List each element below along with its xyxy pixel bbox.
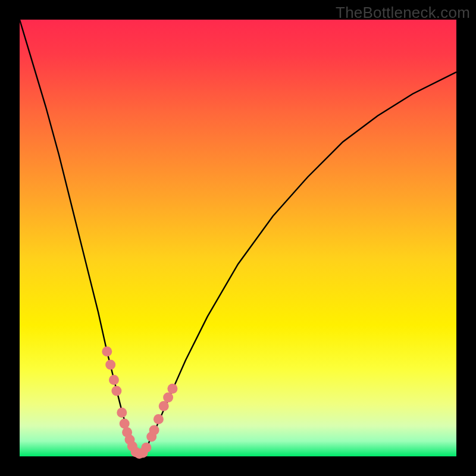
marker-dot — [154, 414, 164, 424]
marker-dot — [111, 386, 121, 396]
marker-group — [102, 346, 177, 459]
chart-frame: TheBottleneck.com — [0, 0, 476, 476]
marker-dot — [102, 346, 112, 356]
marker-dot — [149, 425, 159, 436]
plot-area — [20, 20, 456, 456]
bottleneck-curve — [20, 20, 456, 454]
marker-dot — [159, 401, 169, 411]
curve-layer — [20, 20, 456, 456]
marker-dot — [120, 419, 130, 429]
marker-dot — [109, 375, 119, 385]
marker-dot — [167, 384, 177, 394]
marker-dot — [105, 359, 115, 369]
watermark-text: TheBottleneck.com — [336, 4, 470, 22]
marker-dot — [163, 392, 173, 402]
marker-dot — [117, 408, 127, 418]
marker-dot — [141, 443, 151, 453]
